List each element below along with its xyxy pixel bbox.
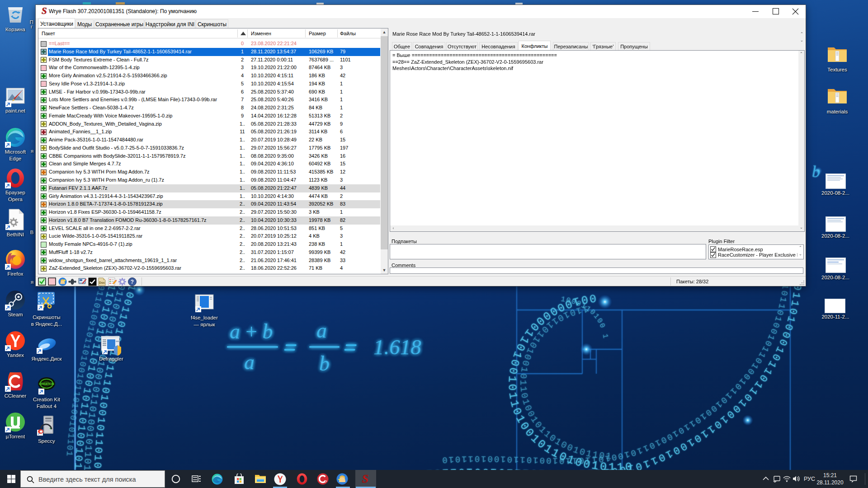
svg-text:101101001011010010110100101101: 1011010010110100101101001011010010110100… [440, 283, 790, 465]
svg-text:a: a [316, 319, 327, 342]
svg-text:a + b: a + b [230, 320, 273, 343]
svg-text:1.618: 1.618 [373, 335, 421, 359]
svg-text:S: S [42, 6, 47, 16]
svg-text:CREATION: CREATION [39, 382, 54, 385]
svg-text:b: b [812, 163, 820, 181]
svg-text:b: b [319, 352, 330, 375]
svg-text:?: ? [131, 279, 134, 285]
svg-text:S: S [362, 473, 368, 485]
svg-text:Doc: Doc [99, 281, 105, 284]
svg-text:a: a [244, 351, 255, 374]
